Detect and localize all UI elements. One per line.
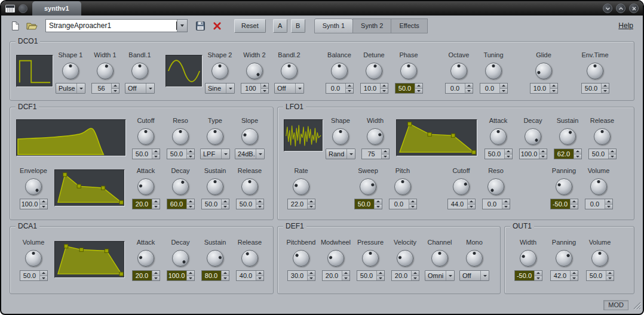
cutoff-knob[interactable] bbox=[137, 128, 154, 145]
spin-down-button[interactable] bbox=[152, 204, 160, 209]
spin-up-button[interactable] bbox=[468, 199, 475, 204]
spin-up-button[interactable] bbox=[222, 199, 229, 204]
spin-up-button[interactable] bbox=[539, 149, 547, 154]
spin-down-button[interactable] bbox=[40, 204, 47, 209]
detune-knob[interactable] bbox=[366, 63, 382, 79]
spin-up-button[interactable] bbox=[261, 84, 268, 88]
spin-up-button[interactable] bbox=[602, 84, 609, 88]
window-menu-button[interactable] bbox=[19, 4, 27, 13]
spinbox-value[interactable]: 20.0 bbox=[323, 271, 342, 280]
spinbox-value[interactable]: 0.0 bbox=[390, 199, 409, 209]
window-title-tab[interactable]: synthv1 bbox=[32, 1, 81, 16]
spin-down-button[interactable] bbox=[415, 88, 422, 94]
adsr-dcf-display[interactable] bbox=[54, 169, 125, 206]
spin-up-button[interactable] bbox=[375, 199, 382, 204]
sweep-knob[interactable] bbox=[360, 178, 376, 195]
spinbox-value[interactable]: 0.0 bbox=[480, 84, 499, 93]
spinbox-value[interactable]: 100.0 bbox=[520, 149, 539, 159]
save-preset-button[interactable] bbox=[192, 18, 208, 33]
slope-combobox[interactable]: 24dB. bbox=[235, 149, 265, 159]
adsr-dca-display[interactable] bbox=[54, 241, 125, 278]
spin-down-button[interactable] bbox=[412, 276, 419, 281]
env-time-knob[interactable] bbox=[587, 63, 603, 79]
modwheel-knob[interactable] bbox=[327, 250, 344, 267]
spinbox-value[interactable]: 22.0 bbox=[288, 199, 307, 209]
spinbox-value[interactable]: 50.0 bbox=[167, 149, 186, 159]
a-compare-button[interactable]: A bbox=[273, 19, 287, 33]
spin-up-button[interactable] bbox=[222, 271, 229, 276]
pitch-knob[interactable] bbox=[394, 178, 411, 195]
sustain-knob[interactable] bbox=[207, 250, 223, 267]
width-knob[interactable] bbox=[520, 250, 536, 267]
spinbox-value[interactable]: 30.0 bbox=[288, 271, 307, 280]
spin-down-button[interactable] bbox=[308, 204, 315, 209]
spin-down-button[interactable] bbox=[535, 276, 542, 281]
spinbox-value[interactable]: 50.0 bbox=[395, 84, 415, 93]
spin-up-button[interactable] bbox=[256, 199, 263, 204]
spin-down-button[interactable] bbox=[261, 88, 268, 94]
spin-down-button[interactable] bbox=[112, 88, 119, 94]
spinbox-value[interactable]: 50.0 bbox=[133, 149, 152, 159]
spinbox-value[interactable]: 50.0 bbox=[355, 199, 374, 209]
tab-effects[interactable]: Effects bbox=[391, 18, 427, 33]
spin-up-button[interactable] bbox=[152, 149, 160, 154]
spinbox-value[interactable]: 100 bbox=[241, 84, 260, 93]
spin-down-button[interactable] bbox=[502, 204, 510, 209]
spin-up-button[interactable] bbox=[377, 271, 384, 276]
spin-down-button[interactable] bbox=[606, 276, 614, 281]
spin-up-button[interactable] bbox=[571, 199, 578, 204]
spin-down-button[interactable] bbox=[187, 154, 194, 159]
bandl-1-knob[interactable] bbox=[131, 63, 148, 79]
spinbox-value[interactable]: 60.0 bbox=[167, 199, 186, 209]
spin-up-button[interactable] bbox=[308, 271, 315, 276]
spin-down-button[interactable] bbox=[375, 204, 382, 209]
mono-combobox[interactable]: Off bbox=[459, 270, 489, 281]
reset-button[interactable]: Reset bbox=[234, 19, 266, 33]
panning-knob[interactable] bbox=[556, 250, 572, 267]
spin-up-button[interactable] bbox=[412, 271, 419, 276]
adsr-lfo-display[interactable] bbox=[396, 119, 477, 156]
tuning-knob[interactable] bbox=[485, 63, 502, 79]
envelope-knob[interactable] bbox=[25, 178, 42, 195]
spin-up-button[interactable] bbox=[505, 149, 512, 154]
channel-combobox[interactable]: Omni bbox=[425, 270, 455, 281]
spin-down-button[interactable] bbox=[505, 154, 512, 159]
velocity-knob[interactable] bbox=[397, 250, 413, 267]
panning-knob[interactable] bbox=[556, 178, 572, 195]
shade-window-button[interactable] bbox=[603, 4, 612, 13]
bandl-2-knob[interactable] bbox=[281, 63, 298, 79]
spin-down-button[interactable] bbox=[40, 276, 47, 281]
close-window-button[interactable] bbox=[629, 4, 639, 13]
spin-down-button[interactable] bbox=[256, 204, 263, 209]
shape-2-combobox[interactable]: Sine bbox=[205, 83, 235, 94]
spin-up-button[interactable] bbox=[500, 84, 507, 88]
spin-down-button[interactable] bbox=[381, 88, 388, 94]
spin-up-button[interactable] bbox=[152, 199, 160, 204]
spin-down-button[interactable] bbox=[222, 204, 229, 209]
spin-up-button[interactable] bbox=[40, 271, 47, 276]
shape-knob[interactable] bbox=[332, 128, 349, 145]
spinbox-value[interactable]: 20.0 bbox=[392, 271, 411, 280]
tab-synth-1[interactable]: Synth 1 bbox=[314, 18, 353, 33]
spinbox-value[interactable]: 50.0 bbox=[587, 271, 606, 280]
glide-knob[interactable] bbox=[535, 63, 552, 79]
preset-combobox[interactable]: StrangeAproacher1 bbox=[45, 19, 188, 32]
cutoff-knob[interactable] bbox=[453, 178, 470, 195]
width-2-knob[interactable] bbox=[246, 63, 263, 79]
spin-up-button[interactable] bbox=[256, 271, 263, 276]
shape-2-knob[interactable] bbox=[211, 63, 228, 79]
open-preset-button[interactable] bbox=[24, 18, 39, 33]
spinbox-value[interactable]: 75 bbox=[362, 149, 381, 159]
spin-down-button[interactable] bbox=[187, 276, 194, 281]
filter-display[interactable] bbox=[16, 119, 126, 156]
spinbox-value[interactable]: 20.0 bbox=[133, 271, 152, 280]
spin-up-button[interactable] bbox=[381, 84, 388, 88]
release-knob[interactable] bbox=[594, 128, 611, 145]
spin-up-button[interactable] bbox=[605, 199, 612, 204]
spin-down-button[interactable] bbox=[152, 154, 160, 159]
spinbox-value[interactable]: 50.0 bbox=[589, 149, 608, 159]
spin-up-button[interactable] bbox=[465, 84, 473, 88]
spin-up-button[interactable] bbox=[187, 271, 194, 276]
slope-knob[interactable] bbox=[241, 128, 258, 145]
spinbox-value[interactable]: -50.0 bbox=[551, 199, 570, 209]
